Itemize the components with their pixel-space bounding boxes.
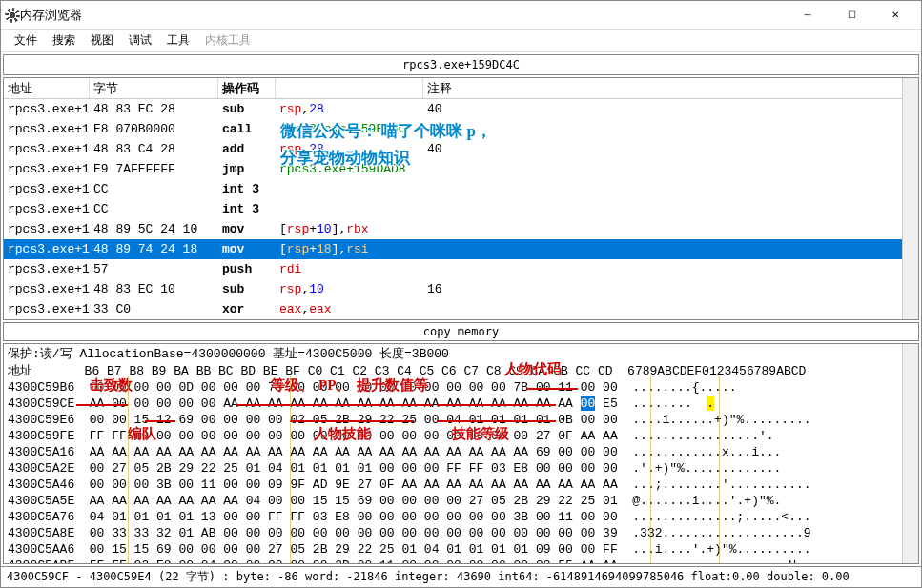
redline-3 [236, 404, 433, 406]
hex-row[interactable]: 4300C5A2E 00 27 05 2B 29 22 25 01 04 01 … [4, 460, 918, 476]
vline-3 [650, 376, 651, 564]
menu-kernel[interactable]: 内核工具 [197, 30, 258, 51]
disasm-row[interactable]: rpcs3.exe+1!48 83 C4 28addrsp,2840 [4, 139, 918, 159]
redline-5 [437, 404, 556, 406]
disasm-row[interactable]: rpcs3.exe+1!CCint 3 [4, 199, 918, 219]
vline-1 [128, 376, 129, 564]
redline-1 [76, 404, 128, 406]
hex-dump[interactable]: 4300C59B6 00 00 00 00 0D 00 00 00 78 00 … [4, 379, 918, 564]
hex-row[interactable]: 4300C5A46 00 00 00 3B 00 11 00 00 09 9F … [4, 476, 918, 493]
col-address[interactable]: 地址 [4, 78, 90, 98]
hex-scrollbar[interactable] [902, 344, 918, 563]
vline-2 [290, 376, 291, 564]
redline-4 [290, 420, 414, 422]
disasm-list[interactable]: rpcs3.exe+1!48 83 EC 28subrsp,2840rpcs3.… [4, 99, 918, 319]
hex-row[interactable]: 4300C5A16 AA AA AA AA AA AA AA AA AA AA … [4, 444, 918, 460]
hex-protect-line: 保护:读/写 AllocationBase=4300000000 基址=4300… [4, 344, 918, 363]
col-bytes[interactable]: 字节 [90, 78, 218, 98]
menubar: 文件 搜索 视图 调试 工具 内核工具 [1, 30, 921, 52]
vline-4 [719, 376, 720, 564]
disassembly-panel: 地址 字节 操作码 注释 rpcs3.exe+1!48 83 EC 28subr… [3, 77, 919, 320]
menu-search[interactable]: 搜索 [45, 30, 83, 51]
hex-row[interactable]: 4300C5A8E 00 33 33 32 01 AB 00 00 00 00 … [4, 525, 918, 541]
redline-7 [526, 388, 578, 390]
window-controls: ─ ☐ ✕ [786, 1, 917, 30]
disasm-row[interactable]: rpcs3.exe+1!33 C0xoreax,eax [4, 299, 918, 319]
redline-6 [437, 420, 556, 422]
menu-file[interactable]: 文件 [7, 30, 45, 51]
disasm-row[interactable]: rpcs3.exe+1!E8 070B0000callrpcs3.exe+159… [4, 119, 918, 139]
disasm-row[interactable]: rpcs3.exe+1!48 83 EC 10subrsp,1016 [4, 279, 918, 299]
menu-tools[interactable]: 工具 [159, 30, 197, 51]
col-opcode[interactable]: 操作码 [218, 78, 276, 98]
hex-row[interactable]: 4300C5A5E AA AA AA AA AA AA AA 04 00 00 … [4, 493, 918, 509]
current-address: rpcs3.exe+159DC4C [402, 58, 520, 71]
current-address-bar[interactable]: rpcs3.exe+159DC4C [3, 54, 919, 75]
disasm-scrollbar[interactable] [902, 78, 918, 319]
status-text: 4300C59CF - 4300C59E4 (22 字节) : byte: -8… [7, 570, 850, 583]
maximize-button[interactable]: ☐ [830, 1, 873, 30]
redline-2 [145, 420, 175, 422]
disasm-row[interactable]: rpcs3.exe+1!E9 7AFEFFFFjmprpcs3.exe+159D… [4, 159, 918, 179]
app-icon [5, 8, 20, 23]
memory-viewer-window: 内存浏览器 ─ ☐ ✕ 文件 搜索 视图 调试 工具 内核工具 rpcs3.ex… [0, 0, 922, 588]
minimize-button[interactable]: ─ [786, 1, 830, 30]
disasm-row[interactable]: rpcs3.exe+1!CCint 3 [4, 179, 918, 199]
menu-view[interactable]: 视图 [83, 30, 121, 51]
hex-header: 地址 B6 B7 B8 B9 BA BB BC BD BE BF C0 C1 C… [4, 363, 918, 379]
copy-memory-button[interactable]: copy memory [3, 322, 919, 341]
statusbar: 4300C59CF - 4300C59E4 (22 字节) : byte: -8… [1, 566, 921, 587]
close-button[interactable]: ✕ [873, 1, 917, 30]
hex-row[interactable]: 4300C59FE FF FF 00 00 00 00 00 00 00 00 … [4, 428, 918, 444]
titlebar[interactable]: 内存浏览器 ─ ☐ ✕ [1, 1, 921, 30]
hex-row[interactable]: 4300C59B6 00 00 00 00 0D 00 00 00 78 00 … [4, 379, 918, 395]
disasm-row[interactable]: rpcs3.exe+1!48 83 EC 28subrsp,2840 [4, 99, 918, 119]
disasm-header: 地址 字节 操作码 注释 [4, 78, 918, 99]
disasm-row[interactable]: rpcs3.exe+1!57pushrdi [4, 259, 918, 279]
disasm-row[interactable]: rpcs3.exe+1!48 89 74 24 18mov[rsp+18],rs… [4, 239, 918, 259]
col-comment[interactable]: 注释 [423, 78, 918, 98]
hex-row[interactable]: 4300C5AA6 00 15 15 69 00 00 00 00 27 05 … [4, 541, 918, 558]
hex-panel: 保护:读/写 AllocationBase=4300000000 基址=4300… [3, 343, 919, 564]
disasm-row[interactable]: rpcs3.exe+1!48 89 5C 24 10mov[rsp+10],rb… [4, 219, 918, 239]
window-title: 内存浏览器 [20, 7, 786, 24]
menu-debug[interactable]: 调试 [121, 30, 159, 51]
hex-row[interactable]: 4300C5A76 04 01 01 01 01 13 00 00 FF FF … [4, 509, 918, 525]
hex-row[interactable]: 4300C5ABE FF FF 03 E8 00 04 00 00 00 00 … [4, 558, 918, 564]
